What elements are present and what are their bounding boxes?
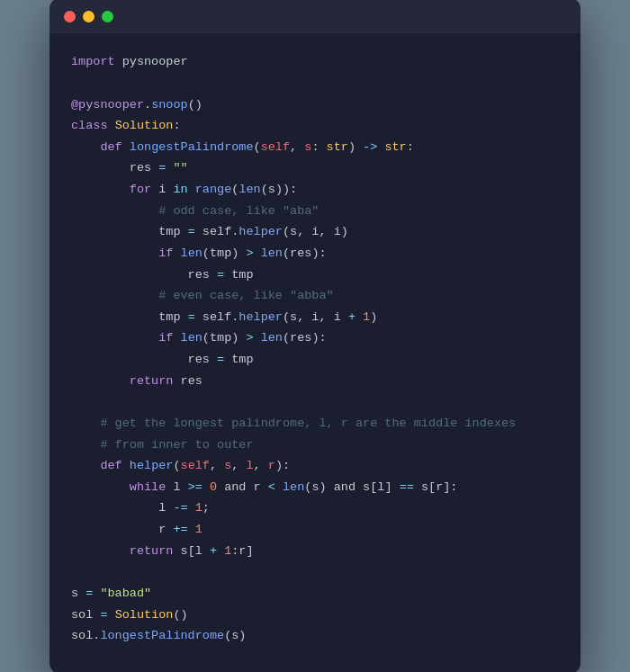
code-line-s-assign: s = "babad"	[71, 583, 559, 605]
code-line-call: sol.longestPalindrome(s)	[71, 625, 559, 647]
code-line-res-init: res = ""	[71, 157, 559, 179]
code-line-decorator: @pysnooper.snoop()	[71, 94, 559, 116]
code-line-def1: def longestPalindrome(self, s: str) -> s…	[71, 137, 559, 158]
close-button[interactable]	[64, 11, 76, 22]
code-line-for: for i in range(len(s)):	[71, 179, 559, 201]
code-editor: import pysnooper @pysnooper.snoop() clas…	[50, 33, 580, 672]
titlebar	[50, 0, 580, 33]
code-line-res1: res = tmp	[71, 264, 559, 286]
code-line-l-dec: l -= 1;	[71, 497, 559, 519]
code-line-1: import pysnooper	[71, 51, 559, 73]
code-line-def2: def helper(self, s, l, r):	[71, 455, 559, 477]
code-line-blank3	[71, 561, 559, 583]
code-line-while: while l >= 0 and r < len(s) and s[l] == …	[71, 477, 559, 498]
code-line-cmt1: # odd case, like "aba"	[71, 201, 559, 222]
minimize-button[interactable]	[83, 11, 94, 22]
code-line-cmt4: # from inner to outer	[71, 435, 559, 456]
code-line-r-inc: r += 1	[71, 519, 559, 541]
code-line-res2: res = tmp	[71, 349, 559, 371]
maximize-button[interactable]	[102, 11, 113, 22]
code-window: import pysnooper @pysnooper.snoop() clas…	[50, 0, 580, 672]
code-line-sol-assign: sol = Solution()	[71, 605, 559, 626]
code-line-return1: return res	[71, 371, 559, 392]
code-line-blank2	[71, 391, 559, 413]
code-line-cmt3: # get the longest palindrome, l, r are t…	[71, 413, 559, 435]
code-line-class: class Solution:	[71, 115, 559, 137]
code-line-blank1	[71, 73, 559, 94]
code-line-if2: if len(tmp) > len(res):	[71, 327, 559, 349]
code-line-tmp2: tmp = self.helper(s, i, i + 1)	[71, 307, 559, 328]
code-line-cmt2: # even case, like "abba"	[71, 285, 559, 307]
code-line-tmp1: tmp = self.helper(s, i, i)	[71, 221, 559, 243]
code-line-return2: return s[l + 1:r]	[71, 541, 559, 562]
code-line-if1: if len(tmp) > len(res):	[71, 243, 559, 264]
